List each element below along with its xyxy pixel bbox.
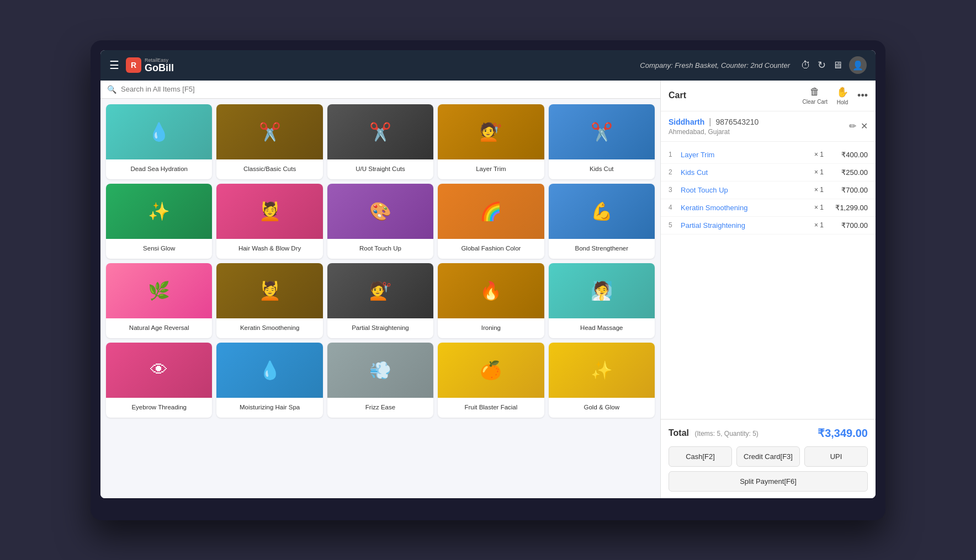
item-image: 💆 bbox=[216, 263, 322, 318]
item-label: Head Massage bbox=[549, 318, 655, 338]
hold-button[interactable]: ✋ Hold bbox=[836, 86, 848, 105]
cart-title: Cart bbox=[669, 90, 803, 100]
cart-item-name[interactable]: Root Touch Up bbox=[681, 186, 814, 194]
item-card[interactable]: 🍊 Fruit Blaster Facial bbox=[438, 343, 544, 418]
item-card[interactable]: 👁 Eyebrow Threading bbox=[106, 343, 212, 418]
cart-item-name[interactable]: Kids Cut bbox=[681, 168, 814, 177]
credit-payment-button[interactable]: Credit Card[F3] bbox=[736, 446, 800, 467]
item-label: Eyebrow Threading bbox=[106, 398, 212, 418]
hamburger-menu[interactable]: ☰ bbox=[109, 58, 119, 72]
item-label: Global Fashion Color bbox=[438, 239, 544, 259]
app-header: ☰ R RetailEasy GoBill Company: Fresh Bas… bbox=[100, 50, 876, 81]
split-payment-button[interactable]: Split Payment[F6] bbox=[669, 471, 868, 492]
search-bar: 🔍 bbox=[100, 81, 660, 99]
item-image: ✂️ bbox=[216, 104, 322, 159]
item-card[interactable]: 🌈 Global Fashion Color bbox=[438, 184, 544, 259]
item-card[interactable]: 💧 Moisturizing Hair Spa bbox=[216, 343, 322, 418]
cart-item-price: ₹400.00 bbox=[829, 151, 868, 159]
item-image: 🍊 bbox=[438, 343, 544, 398]
main-area: 🔍 💧 Dead Sea Hydration ✂️ Classic/Basic … bbox=[100, 81, 876, 498]
item-card[interactable]: 💧 Dead Sea Hydration bbox=[106, 104, 212, 179]
cart-item-name[interactable]: Layer Trim bbox=[681, 151, 814, 159]
monitor-icon[interactable]: 🖥 bbox=[832, 60, 842, 71]
search-icon: 🔍 bbox=[107, 85, 116, 94]
items-grid: 💧 Dead Sea Hydration ✂️ Classic/Basic Cu… bbox=[100, 99, 660, 498]
item-card[interactable]: 💨 Frizz Ease bbox=[327, 343, 433, 418]
item-image: 💧 bbox=[216, 343, 322, 398]
item-image: 💇 bbox=[327, 263, 433, 318]
item-image: 👁 bbox=[106, 343, 212, 398]
customer-divider: | bbox=[709, 117, 711, 127]
cart-item-price: ₹250.00 bbox=[829, 168, 868, 177]
item-card[interactable]: 💆 Hair Wash & Blow Dry bbox=[216, 184, 322, 259]
item-label: Gold & Glow bbox=[549, 398, 655, 418]
cart-item: 2 Kids Cut × 1 ₹250.00 bbox=[661, 164, 876, 182]
item-label: Fruit Blaster Facial bbox=[438, 398, 544, 418]
cart-item-number: 1 bbox=[669, 151, 678, 158]
item-card[interactable]: 💇 Layer Trim bbox=[438, 104, 544, 179]
header-icon-group: ⏱ ↻ 🖥 👤 bbox=[801, 56, 867, 74]
item-image: ✨ bbox=[549, 343, 655, 398]
customer-details: Siddharth | 9876543210 Ahmedabad, Gujara… bbox=[669, 117, 758, 136]
item-card[interactable]: ✂️ Kids Cut bbox=[549, 104, 655, 179]
item-label: Bond Strengthener bbox=[549, 239, 655, 259]
laptop-frame: ☰ R RetailEasy GoBill Company: Fresh Bas… bbox=[91, 40, 885, 520]
item-card[interactable]: 💪 Bond Strengthener bbox=[549, 184, 655, 259]
clock-icon[interactable]: ⏱ bbox=[801, 60, 811, 71]
item-card[interactable]: ✨ Sensi Glow bbox=[106, 184, 212, 259]
cart-header: Cart 🗑 Clear Cart ✋ Hold ••• bbox=[661, 81, 876, 111]
item-label: Natural Age Reversal bbox=[106, 318, 212, 338]
logo-text: RetailEasy GoBill bbox=[145, 58, 174, 73]
customer-actions: ✏ ✕ bbox=[849, 121, 868, 131]
search-input[interactable] bbox=[121, 85, 654, 93]
cart-item: 4 Keratin Smoothening × 1 ₹1,299.00 bbox=[661, 199, 876, 217]
item-card[interactable]: 🌿 Natural Age Reversal bbox=[106, 263, 212, 338]
item-card[interactable]: 🧖 Head Massage bbox=[549, 263, 655, 338]
total-label: Total bbox=[669, 428, 689, 438]
company-info: Company: Fresh Basket, Counter: 2nd Coun… bbox=[640, 61, 790, 70]
refresh-icon[interactable]: ↻ bbox=[818, 59, 826, 71]
cart-item-name[interactable]: Keratin Smoothening bbox=[681, 204, 814, 212]
cart-item-name[interactable]: Partial Straightening bbox=[681, 221, 814, 230]
hold-label: Hold bbox=[837, 99, 848, 105]
cart-item-price: ₹700.00 bbox=[829, 186, 868, 194]
item-image: 💧 bbox=[106, 104, 212, 159]
item-card[interactable]: 🔥 Ironing bbox=[438, 263, 544, 338]
total-sub: (Items: 5, Quantity: 5) bbox=[694, 430, 758, 438]
app-logo: R RetailEasy GoBill bbox=[126, 57, 174, 73]
item-card[interactable]: 💇 Partial Straightening bbox=[327, 263, 433, 338]
upi-payment-button[interactable]: UPI bbox=[804, 446, 868, 467]
item-label: Ironing bbox=[438, 318, 544, 338]
item-label: Dead Sea Hydration bbox=[106, 159, 212, 179]
item-image: 💆 bbox=[216, 184, 322, 239]
item-label: Partial Straightening bbox=[327, 318, 433, 338]
item-image: 💨 bbox=[327, 343, 433, 398]
customer-phone: 9876543210 bbox=[716, 118, 759, 126]
logo-gobill: GoBill bbox=[145, 63, 174, 73]
item-card[interactable]: 🎨 Root Touch Up bbox=[327, 184, 433, 259]
item-image: 🌿 bbox=[106, 263, 212, 318]
item-label: Kids Cut bbox=[549, 159, 655, 179]
cart-item-price: ₹700.00 bbox=[829, 221, 868, 230]
app-screen: ☰ R RetailEasy GoBill Company: Fresh Bas… bbox=[100, 50, 876, 498]
clear-cart-button[interactable]: 🗑 Clear Cart bbox=[803, 86, 828, 105]
payment-buttons: Cash[F2]Credit Card[F3]UPI bbox=[669, 446, 868, 467]
item-image: 💇 bbox=[438, 104, 544, 159]
customer-info: Siddharth | 9876543210 bbox=[669, 117, 758, 127]
cash-payment-button[interactable]: Cash[F2] bbox=[669, 446, 732, 467]
user-avatar[interactable]: 👤 bbox=[849, 56, 867, 74]
item-card[interactable]: ✂️ Classic/Basic Cuts bbox=[216, 104, 322, 179]
item-label: Classic/Basic Cuts bbox=[216, 159, 322, 179]
item-card[interactable]: ✨ Gold & Glow bbox=[549, 343, 655, 418]
item-card[interactable]: 💆 Keratin Smoothening bbox=[216, 263, 322, 338]
item-image: ✂️ bbox=[327, 104, 433, 159]
customer-address: Ahmedabad, Gujarat bbox=[669, 128, 758, 136]
edit-customer-button[interactable]: ✏ bbox=[849, 121, 856, 131]
cart-item-qty: × 1 bbox=[814, 204, 824, 211]
customer-name: Siddharth bbox=[669, 118, 704, 126]
more-options-icon[interactable]: ••• bbox=[857, 90, 868, 102]
cart-items-list: 1 Layer Trim × 1 ₹400.00 2 Kids Cut × 1 … bbox=[661, 142, 876, 419]
remove-customer-button[interactable]: ✕ bbox=[861, 121, 868, 131]
item-card[interactable]: ✂️ U/U Straight Cuts bbox=[327, 104, 433, 179]
cart-item-qty: × 1 bbox=[814, 221, 824, 229]
